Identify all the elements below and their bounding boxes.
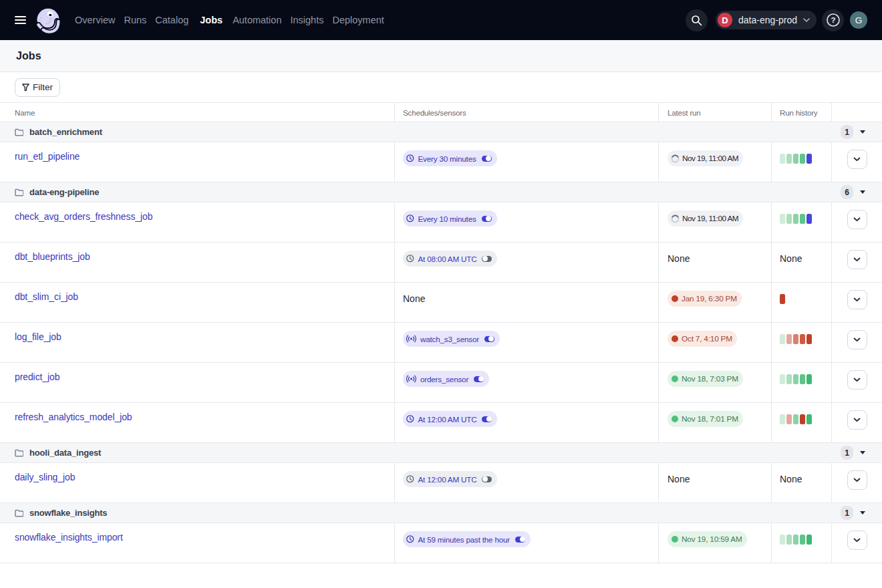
svg-text:?: ? bbox=[831, 16, 835, 24]
